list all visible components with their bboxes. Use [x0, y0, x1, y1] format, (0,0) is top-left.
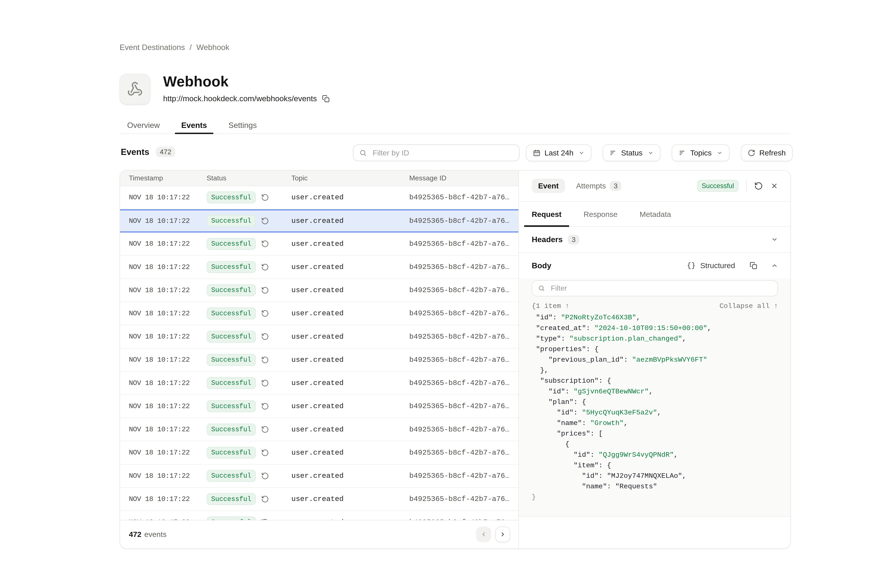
- status-badge: Successful: [207, 470, 256, 482]
- row-message-id: b4925365-b8cf-42b7-a76…: [409, 426, 519, 434]
- retry-icon[interactable]: [261, 356, 269, 364]
- row-topic: user.created: [291, 263, 409, 271]
- headers-section[interactable]: Headers 3: [519, 227, 790, 253]
- retry-icon[interactable]: [261, 472, 269, 480]
- retry-icon[interactable]: [261, 449, 269, 457]
- row-topic: user.created: [291, 286, 409, 294]
- row-message-id: b4925365-b8cf-42b7-a76…: [409, 448, 519, 457]
- row-timestamp: NOV 18 10:17:22: [120, 263, 207, 271]
- column-topic: Topic: [291, 174, 409, 182]
- filter-icon: [609, 149, 617, 157]
- tab-event[interactable]: Event: [532, 178, 565, 193]
- tab-overview[interactable]: Overview: [127, 117, 160, 134]
- chevron-down-icon[interactable]: [771, 236, 778, 243]
- retry-icon[interactable]: [261, 495, 269, 503]
- retry-icon[interactable]: [261, 263, 269, 271]
- search-icon: [359, 149, 367, 157]
- row-topic: user.created: [291, 518, 409, 520]
- table-row[interactable]: NOV 18 10:17:22Successfuluser.createdb49…: [120, 348, 519, 372]
- structured-toggle[interactable]: Structured: [700, 261, 735, 270]
- table-row[interactable]: NOV 18 10:17:22Successfuluser.createdb49…: [120, 302, 519, 326]
- row-topic: user.created: [291, 240, 409, 248]
- retry-icon[interactable]: [261, 217, 269, 225]
- retry-icon[interactable]: [261, 426, 269, 434]
- row-timestamp: NOV 18 10:17:22: [120, 309, 207, 317]
- row-timestamp: NOV 18 10:17:22: [120, 472, 207, 480]
- retry-icon[interactable]: [261, 194, 269, 201]
- row-topic: user.created: [291, 194, 409, 201]
- body-label: Body: [532, 261, 552, 270]
- json-filter-field[interactable]: [550, 284, 771, 293]
- tab-request[interactable]: Request: [532, 210, 562, 226]
- filter-by-id-search[interactable]: [353, 144, 520, 161]
- detail-header: Event Attempts 3 Successful: [519, 171, 790, 202]
- chevron-up-icon[interactable]: [771, 262, 778, 269]
- table-row[interactable]: NOV 18 10:17:22Successfuluser.createdb49…: [120, 488, 519, 511]
- search-icon: [538, 285, 545, 292]
- table-row[interactable]: NOV 18 10:17:22Successfuluser.createdb49…: [120, 395, 519, 418]
- tab-response[interactable]: Response: [583, 210, 618, 226]
- status-filter-button[interactable]: Status: [603, 144, 660, 161]
- collapse-all-button[interactable]: Collapse all ↑: [719, 302, 778, 310]
- retry-icon[interactable]: [261, 402, 269, 410]
- breadcrumb-event-destinations[interactable]: Event Destinations: [120, 43, 185, 52]
- previous-page-button[interactable]: [476, 526, 491, 542]
- retry-icon[interactable]: [261, 286, 269, 294]
- table-row[interactable]: NOV 18 10:17:22Successfuluser.createdb49…: [120, 186, 519, 209]
- headers-count-badge: 3: [568, 235, 579, 244]
- event-detail-panel: Event Attempts 3 Successful RequestResp: [519, 171, 790, 548]
- row-message-id: b4925365-b8cf-42b7-a76…: [409, 402, 519, 410]
- table-row[interactable]: NOV 18 10:17:22Successfuluser.createdb49…: [120, 279, 519, 302]
- table-row[interactable]: NOV 18 10:17:22Successfuluser.createdb49…: [120, 256, 519, 279]
- row-message-id: b4925365-b8cf-42b7-a76…: [409, 263, 519, 271]
- footer-event-label: events: [144, 530, 167, 539]
- table-row[interactable]: NOV 18 10:17:22Successfuluser.createdb49…: [120, 232, 519, 256]
- copy-url-icon[interactable]: [322, 95, 329, 102]
- table-row[interactable]: NOV 18 10:17:22Successfuluser.createdb49…: [120, 418, 519, 441]
- row-timestamp: NOV 18 10:17:22: [120, 240, 207, 248]
- json-items-label[interactable]: {1 item ↑: [532, 302, 569, 310]
- calendar-icon: [533, 149, 541, 157]
- retry-event-button[interactable]: [754, 182, 763, 190]
- table-row[interactable]: NOV 18 10:17:22Successfuluser.createdb49…: [120, 372, 519, 395]
- attempts-count-badge: 3: [610, 181, 621, 191]
- retry-icon[interactable]: [261, 309, 269, 317]
- retry-icon[interactable]: [261, 240, 269, 248]
- next-page-button[interactable]: [495, 526, 510, 542]
- tab-metadata[interactable]: Metadata: [639, 210, 671, 226]
- table-row[interactable]: NOV 18 10:17:22Successfuluser.createdb49…: [120, 209, 519, 232]
- table-row[interactable]: NOV 18 10:17:22Successfuluser.createdb49…: [120, 441, 519, 465]
- copy-body-icon[interactable]: [750, 262, 757, 269]
- detail-content-tabs: RequestResponseMetadata: [519, 202, 790, 227]
- topics-filter-button[interactable]: Topics: [672, 144, 729, 161]
- status-badge: Successful: [207, 238, 256, 250]
- tab-events[interactable]: Events: [181, 117, 207, 134]
- table-row[interactable]: NOV 18 10:17:22Successfuluser.createdb49…: [120, 465, 519, 488]
- page-title: Webhook: [163, 74, 329, 90]
- row-topic: user.created: [291, 402, 409, 410]
- table-row[interactable]: NOV 18 10:17:22Successfuluser.createdb49…: [120, 326, 519, 348]
- close-panel-button[interactable]: [771, 182, 778, 190]
- json-body-viewer[interactable]: "id": "P2NoRtyZoTc46X3B", "created_at": …: [532, 312, 778, 502]
- retry-icon[interactable]: [261, 518, 269, 520]
- status-badge: Successful: [207, 261, 256, 273]
- tab-attempts[interactable]: Attempts 3: [576, 181, 621, 191]
- refresh-button[interactable]: Refresh: [741, 144, 793, 161]
- breadcrumb-webhook[interactable]: Webhook: [196, 43, 229, 52]
- row-timestamp: NOV 18 10:17:22: [120, 333, 207, 340]
- events-count-badge: 472: [156, 147, 176, 157]
- json-filter-input[interactable]: [532, 280, 778, 297]
- retry-icon[interactable]: [261, 379, 269, 387]
- search-input[interactable]: [371, 148, 513, 158]
- tab-settings[interactable]: Settings: [229, 117, 257, 134]
- row-timestamp: NOV 18 10:17:22: [120, 495, 207, 503]
- table-header: Timestamp Status Topic Message ID: [120, 171, 519, 186]
- status-badge: Successful: [207, 192, 256, 203]
- table-row[interactable]: NOV 18 10:17:22Successfuluser.createdb49…: [120, 511, 519, 520]
- divider: [746, 179, 747, 192]
- retry-icon[interactable]: [261, 333, 269, 340]
- status-badge: Successful: [207, 400, 256, 412]
- status-badge: Successful: [207, 215, 256, 227]
- last-24h-filter-button[interactable]: Last 24h: [526, 144, 591, 161]
- column-message-id: Message ID: [409, 174, 519, 182]
